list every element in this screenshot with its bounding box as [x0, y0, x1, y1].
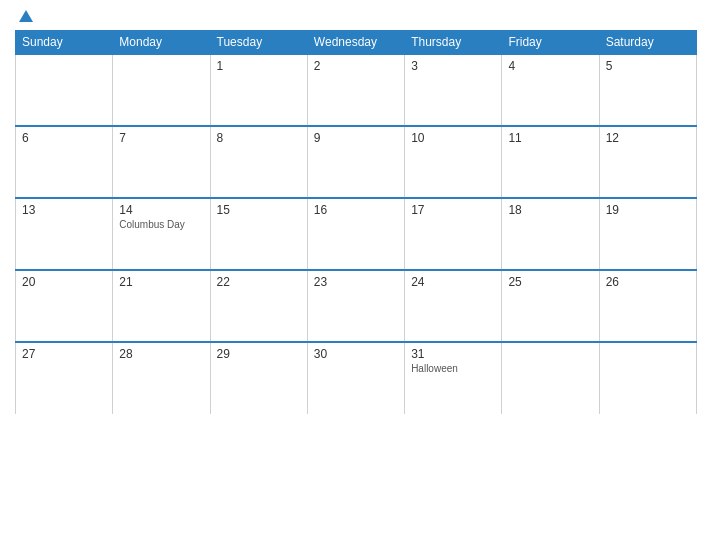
day-number: 22: [217, 275, 301, 289]
week-row-4: 20212223242526: [16, 270, 697, 342]
week-row-5: 2728293031Halloween: [16, 342, 697, 414]
day-number: 21: [119, 275, 203, 289]
day-number: 28: [119, 347, 203, 361]
day-number: 12: [606, 131, 690, 145]
day-number: 26: [606, 275, 690, 289]
day-number: 27: [22, 347, 106, 361]
calendar-cell: 13: [16, 198, 113, 270]
calendar-cell: 27: [16, 342, 113, 414]
day-header-sunday: Sunday: [16, 31, 113, 55]
day-number: 10: [411, 131, 495, 145]
calendar-cell: 6: [16, 126, 113, 198]
calendar-cell: [599, 342, 696, 414]
calendar-cell: 24: [405, 270, 502, 342]
day-number: 20: [22, 275, 106, 289]
calendar-cell: 7: [113, 126, 210, 198]
day-number: 19: [606, 203, 690, 217]
days-header-row: SundayMondayTuesdayWednesdayThursdayFrid…: [16, 31, 697, 55]
calendar-cell: 26: [599, 270, 696, 342]
calendar-cell: 15: [210, 198, 307, 270]
calendar-table: SundayMondayTuesdayWednesdayThursdayFrid…: [15, 30, 697, 414]
calendar-cell: 25: [502, 270, 599, 342]
week-row-2: 6789101112: [16, 126, 697, 198]
calendar-cell: 14Columbus Day: [113, 198, 210, 270]
day-number: 5: [606, 59, 690, 73]
day-header-saturday: Saturday: [599, 31, 696, 55]
calendar-event: Columbus Day: [119, 219, 203, 230]
day-number: 6: [22, 131, 106, 145]
calendar-cell: 11: [502, 126, 599, 198]
header: [15, 10, 697, 22]
week-row-1: 12345: [16, 54, 697, 126]
calendar-cell: 16: [307, 198, 404, 270]
calendar-cell: 12: [599, 126, 696, 198]
day-number: 29: [217, 347, 301, 361]
calendar-cell: 18: [502, 198, 599, 270]
day-header-wednesday: Wednesday: [307, 31, 404, 55]
day-header-monday: Monday: [113, 31, 210, 55]
calendar-cell: 17: [405, 198, 502, 270]
day-number: 31: [411, 347, 495, 361]
calendar-cell: 3: [405, 54, 502, 126]
day-number: 23: [314, 275, 398, 289]
calendar-cell: [502, 342, 599, 414]
calendar-cell: 20: [16, 270, 113, 342]
week-row-3: 1314Columbus Day1516171819: [16, 198, 697, 270]
day-header-thursday: Thursday: [405, 31, 502, 55]
calendar-cell: 19: [599, 198, 696, 270]
day-number: 3: [411, 59, 495, 73]
calendar-cell: 31Halloween: [405, 342, 502, 414]
calendar-cell: 9: [307, 126, 404, 198]
day-number: 1: [217, 59, 301, 73]
calendar-cell: 4: [502, 54, 599, 126]
day-number: 8: [217, 131, 301, 145]
day-number: 25: [508, 275, 592, 289]
day-number: 17: [411, 203, 495, 217]
day-number: 7: [119, 131, 203, 145]
calendar-cell: 1: [210, 54, 307, 126]
day-number: 11: [508, 131, 592, 145]
day-header-friday: Friday: [502, 31, 599, 55]
calendar-page: SundayMondayTuesdayWednesdayThursdayFrid…: [0, 0, 712, 550]
calendar-cell: 30: [307, 342, 404, 414]
day-number: 16: [314, 203, 398, 217]
calendar-cell: 10: [405, 126, 502, 198]
logo: [15, 10, 33, 22]
calendar-cell: [113, 54, 210, 126]
calendar-cell: 2: [307, 54, 404, 126]
logo-triangle-icon: [19, 10, 33, 22]
day-number: 18: [508, 203, 592, 217]
calendar-cell: 8: [210, 126, 307, 198]
day-number: 4: [508, 59, 592, 73]
day-number: 24: [411, 275, 495, 289]
day-number: 15: [217, 203, 301, 217]
calendar-event: Halloween: [411, 363, 495, 374]
day-number: 2: [314, 59, 398, 73]
calendar-cell: 22: [210, 270, 307, 342]
day-number: 9: [314, 131, 398, 145]
calendar-cell: 21: [113, 270, 210, 342]
calendar-cell: 28: [113, 342, 210, 414]
calendar-cell: 5: [599, 54, 696, 126]
calendar-cell: 29: [210, 342, 307, 414]
calendar-cell: [16, 54, 113, 126]
day-number: 30: [314, 347, 398, 361]
calendar-cell: 23: [307, 270, 404, 342]
day-header-tuesday: Tuesday: [210, 31, 307, 55]
day-number: 13: [22, 203, 106, 217]
day-number: 14: [119, 203, 203, 217]
